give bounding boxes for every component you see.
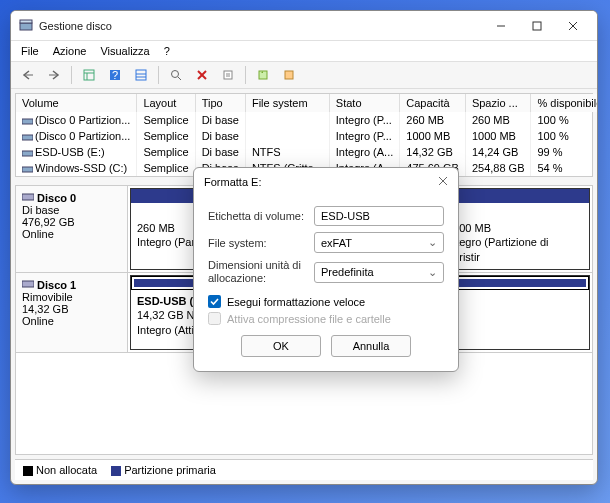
- delete-icon[interactable]: [191, 65, 213, 85]
- svg-rect-3: [533, 22, 541, 30]
- back-button[interactable]: [17, 65, 39, 85]
- col-filesystem[interactable]: File system: [245, 94, 329, 112]
- col-percent[interactable]: % disponibile: [531, 94, 598, 112]
- view-icon[interactable]: [78, 65, 100, 85]
- svg-rect-13: [136, 70, 146, 80]
- partition[interactable]: 1000 MBIntegro (Partizione di ripristir: [440, 188, 590, 270]
- disk-size: 14,32 GB: [22, 303, 68, 315]
- volume-label-input[interactable]: ESD-USB: [314, 206, 444, 226]
- svg-rect-25: [22, 119, 33, 124]
- refresh-icon[interactable]: [252, 65, 274, 85]
- window-title: Gestione disco: [39, 20, 483, 32]
- disk-type: Rimovibile: [22, 291, 73, 303]
- svg-text:?: ?: [112, 69, 118, 81]
- volume-row[interactable]: ESD-USB (E:)SempliceDi baseNTFSIntegro (…: [16, 144, 598, 160]
- volume-list: Volume Layout Tipo File system Stato Cap…: [15, 93, 593, 177]
- disk-icon: [22, 192, 34, 204]
- allocation-select[interactable]: Predefinita⌄: [314, 262, 444, 283]
- volume-row[interactable]: (Disco 0 Partizion...SempliceDi baseInte…: [16, 128, 598, 144]
- dialog-close-button[interactable]: [438, 176, 448, 188]
- column-headers: Volume Layout Tipo File system Stato Cap…: [16, 94, 598, 112]
- format-dialog: Formatta E: Etichetta di volume: ESD-USB…: [193, 167, 459, 372]
- disk-type: Di base: [22, 204, 59, 216]
- allocation-label: Dimensioni unità di allocazione:: [208, 259, 314, 285]
- svg-rect-34: [209, 313, 221, 325]
- svg-rect-26: [22, 135, 33, 140]
- menu-action[interactable]: Azione: [53, 45, 87, 57]
- quick-format-checkbox[interactable]: Esegui formattazione veloce: [208, 295, 444, 308]
- disk-title: Disco 1: [37, 279, 76, 291]
- svg-rect-24: [285, 71, 293, 79]
- svg-rect-20: [224, 71, 232, 79]
- legend-swatch-primary: [111, 466, 121, 476]
- menu-file[interactable]: File: [21, 45, 39, 57]
- svg-rect-28: [22, 167, 33, 172]
- disk-status: Online: [22, 315, 54, 327]
- svg-rect-1: [20, 20, 32, 23]
- svg-point-16: [172, 71, 179, 78]
- close-button[interactable]: [555, 12, 591, 40]
- col-layout[interactable]: Layout: [137, 94, 195, 112]
- col-type[interactable]: Tipo: [195, 94, 245, 112]
- menu-help[interactable]: ?: [164, 45, 170, 57]
- volume-label-label: Etichetta di volume:: [208, 210, 314, 222]
- volume-row[interactable]: (Disco 0 Partizion...SempliceDi baseInte…: [16, 112, 598, 128]
- menubar: File Azione Visualizza ?: [11, 41, 597, 62]
- settings-icon[interactable]: [278, 65, 300, 85]
- forward-button[interactable]: [43, 65, 65, 85]
- svg-rect-29: [22, 194, 34, 200]
- svg-rect-0: [20, 23, 32, 30]
- legend: Non allocata Partizione primaria: [15, 459, 593, 480]
- col-status[interactable]: Stato: [329, 94, 399, 112]
- help-icon[interactable]: ?: [104, 65, 126, 85]
- search-icon[interactable]: [165, 65, 187, 85]
- disk-info[interactable]: Disco 1 Rimovibile 14,32 GB Online: [16, 273, 128, 352]
- col-free[interactable]: Spazio ...: [465, 94, 531, 112]
- disk-icon: [22, 279, 34, 291]
- disk-size: 476,92 GB: [22, 216, 75, 228]
- dialog-title: Formatta E:: [204, 176, 261, 188]
- disk-info[interactable]: Disco 0 Di base 476,92 GB Online: [16, 186, 128, 272]
- compress-checkbox: Attiva compressione file e cartelle: [208, 312, 444, 325]
- svg-rect-27: [22, 151, 33, 156]
- disk-title: Disco 0: [37, 192, 76, 204]
- chevron-down-icon: ⌄: [428, 266, 437, 279]
- maximize-button[interactable]: [519, 12, 555, 40]
- separator: [71, 66, 72, 84]
- disk-status: Online: [22, 228, 54, 240]
- col-volume[interactable]: Volume: [16, 94, 137, 112]
- svg-rect-33: [208, 295, 221, 308]
- separator: [158, 66, 159, 84]
- svg-rect-8: [84, 70, 94, 80]
- menu-view[interactable]: Visualizza: [100, 45, 149, 57]
- properties-icon[interactable]: [217, 65, 239, 85]
- svg-line-17: [178, 77, 181, 80]
- toolbar: ?: [11, 62, 597, 89]
- svg-rect-30: [22, 281, 34, 287]
- filesystem-label: File system:: [208, 237, 314, 249]
- cancel-button[interactable]: Annulla: [331, 335, 411, 357]
- titlebar: Gestione disco: [11, 11, 597, 41]
- list-icon[interactable]: [130, 65, 152, 85]
- legend-swatch-unallocated: [23, 466, 33, 476]
- app-icon: [19, 18, 33, 34]
- filesystem-select[interactable]: exFAT⌄: [314, 232, 444, 253]
- ok-button[interactable]: OK: [241, 335, 321, 357]
- separator: [245, 66, 246, 84]
- chevron-down-icon: ⌄: [428, 236, 437, 249]
- col-capacity[interactable]: Capacità: [400, 94, 466, 112]
- minimize-button[interactable]: [483, 12, 519, 40]
